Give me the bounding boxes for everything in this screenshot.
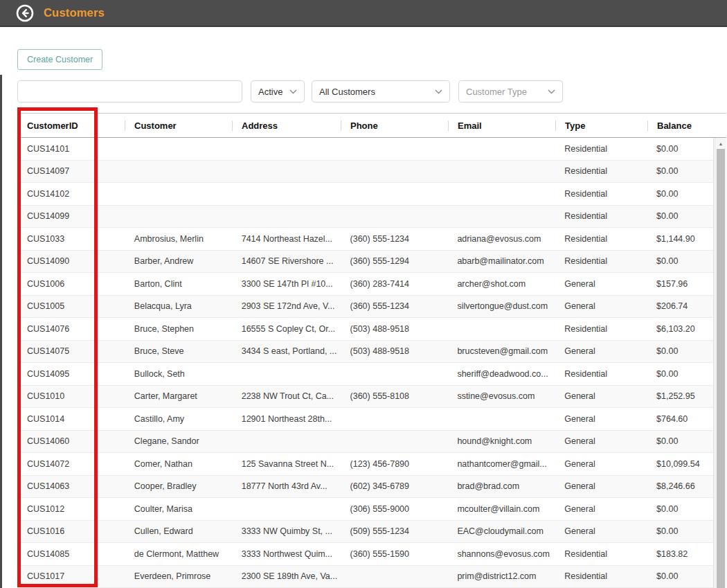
cell-email: sheriff@deadwood.co...	[447, 363, 555, 385]
cell-customer	[125, 161, 232, 183]
cell-email: adriana@evosus.com	[447, 228, 555, 250]
table-row[interactable]: CUS1014Castillo, Amy12901 Northeast 28th…	[17, 408, 713, 431]
table-row[interactable]: CUS14072Comer, Nathan125 Savanna Street …	[17, 453, 713, 476]
cell-customer: Bruce, Steve	[125, 341, 232, 363]
cell-customer	[125, 138, 232, 160]
status-dropdown[interactable]: Active	[251, 80, 305, 103]
table-row[interactable]: CUS14090Barber, Andrew14607 SE Rivershor…	[17, 251, 713, 274]
cell-phone: (123) 456-7890	[341, 453, 448, 475]
create-customer-button[interactable]: Create Customer	[17, 49, 102, 70]
table-row[interactable]: CUS1006Barton, Clint3300 SE 147th Pl #10…	[17, 273, 713, 296]
cell-type: Residential	[555, 318, 647, 340]
column-header-address[interactable]: Address	[232, 114, 341, 137]
cell-phone	[341, 138, 448, 160]
table-row[interactable]: CUS14060Clegane, Sandorhound@knight.comG…	[17, 431, 713, 454]
back-button[interactable]	[16, 4, 34, 22]
cell-email	[447, 161, 555, 183]
table-row[interactable]: CUS1012Coulter, Marisa(306) 555-9000mcou…	[17, 498, 713, 521]
customer-scope-dropdown-value: All Customers	[319, 87, 375, 97]
cell-id: CUS14102	[17, 183, 125, 205]
cell-phone: (509) 555-1234	[341, 521, 448, 543]
table-row[interactable]: CUS14101Residential$0.00	[17, 138, 713, 161]
table-row[interactable]: CUS14102Residential$0.00	[17, 183, 713, 206]
cell-email: brad@brad.com	[447, 476, 555, 498]
cell-id: CUS1012	[17, 498, 125, 520]
cell-balance: $0.00	[647, 183, 713, 205]
chevron-down-icon	[435, 89, 442, 94]
cell-balance: $0.00	[647, 161, 713, 183]
column-header-email[interactable]: Email	[448, 114, 555, 137]
cell-address: 3333 Northwest Quim...	[232, 543, 341, 565]
table-row[interactable]: CUS14075Bruce, Steve3434 S east, Portlan…	[17, 341, 713, 364]
cell-customer: Clegane, Sandor	[125, 431, 232, 453]
column-header-customerid[interactable]: CustomerID	[17, 114, 125, 137]
cell-email	[447, 408, 555, 430]
table-row[interactable]: CUS1010Carter, Margaret2238 NW Trout Ct,…	[17, 386, 713, 409]
cell-address	[232, 363, 341, 385]
cell-address: 2238 NW Trout Ct, Ca...	[232, 386, 341, 408]
table-header-row: CustomerID Customer Address Phone Email …	[17, 113, 726, 138]
column-header-phone[interactable]: Phone	[341, 114, 448, 137]
table-row[interactable]: CUS1016Cullen, Edward3333 NW Quimby St, …	[17, 521, 713, 544]
cell-address: 2300 SE 189th Ave, Va...	[232, 566, 341, 588]
customer-type-dropdown-placeholder: Customer Type	[466, 87, 527, 97]
cell-balance: $0.00	[647, 206, 713, 228]
cell-phone: (360) 555-8108	[341, 386, 448, 408]
cell-id: CUS14090	[17, 251, 125, 273]
cell-customer	[125, 183, 232, 205]
cell-type: General	[555, 476, 647, 498]
cell-customer: Comer, Nathan	[125, 453, 232, 475]
cell-email: shannons@evosus.com	[447, 543, 555, 565]
column-header-type[interactable]: Type	[555, 114, 647, 137]
table-row[interactable]: CUS14097Residential$0.00	[17, 161, 713, 184]
cell-customer: Castillo, Amy	[125, 408, 232, 430]
cell-phone: (503) 488-9518	[341, 318, 448, 340]
cell-type: Residential	[555, 363, 647, 385]
table-row[interactable]: CUS14085de Clermont, Matthew3333 Northwe…	[17, 543, 713, 566]
cell-phone: (360) 555-1234	[341, 296, 448, 318]
cell-address	[232, 498, 341, 520]
table-row[interactable]: CUS14076Bruce, Stephen16555 S Copley Ct,…	[17, 318, 713, 341]
column-header-balance[interactable]: Balance	[647, 114, 714, 137]
table-row[interactable]: CUS1017Everdeen, Primrose2300 SE 189th A…	[17, 566, 713, 588]
customer-scope-dropdown[interactable]: All Customers	[312, 80, 450, 103]
cell-address: 3300 SE 147th Pl #10...	[232, 273, 341, 295]
table-row[interactable]: CUS14095Bullock, Sethsheriff@deadwood.co…	[17, 363, 713, 386]
cell-type: Residential	[555, 566, 647, 588]
scrollbar-thumb[interactable]	[717, 149, 725, 588]
cell-email: EAC@cloudymail.com	[447, 521, 555, 543]
cell-customer: Bruce, Stephen	[125, 318, 232, 340]
cell-type: Residential	[555, 206, 647, 228]
cell-id: CUS1005	[17, 296, 125, 318]
cell-id: CUS14075	[17, 341, 125, 363]
cell-email	[447, 206, 555, 228]
column-header-customer[interactable]: Customer	[125, 114, 232, 137]
cell-type: Residential	[555, 138, 647, 160]
cell-address: 7414 Northeast Hazel...	[232, 228, 341, 250]
cell-balance: $206.74	[647, 296, 713, 318]
vertical-scrollbar[interactable]: ▲	[715, 138, 726, 588]
cell-type: General	[555, 498, 647, 520]
cell-balance: $0.00	[647, 138, 713, 160]
table-row[interactable]: CUS1005Belacqua, Lyra2903 SE 172nd Ave, …	[17, 296, 713, 319]
cell-customer: Cooper, Bradley	[125, 476, 232, 498]
cell-email: prim@district12.com	[447, 566, 555, 588]
cell-balance: $6,103.20	[647, 318, 713, 340]
cell-id: CUS1017	[17, 566, 125, 588]
cell-email: nathantcomer@gmail...	[447, 453, 555, 475]
cell-email	[447, 318, 555, 340]
cell-address: 3333 NW Quimby St, ...	[232, 521, 341, 543]
cell-customer: Carter, Margaret	[125, 386, 232, 408]
cell-address: 18777 North 43rd Av...	[232, 476, 341, 498]
table-row[interactable]: CUS14099Residential$0.00	[17, 206, 713, 229]
scroll-up-arrow-icon[interactable]: ▲	[715, 138, 726, 149]
cell-customer: Bullock, Seth	[125, 363, 232, 385]
customer-type-dropdown[interactable]: Customer Type	[458, 80, 563, 103]
cell-type: Residential	[555, 183, 647, 205]
cell-id: CUS1010	[17, 386, 125, 408]
chevron-down-icon	[289, 89, 297, 94]
search-input[interactable]	[17, 80, 242, 103]
table-row[interactable]: CUS1033Ambrosius, Merlin7414 Northeast H…	[17, 228, 713, 251]
table-row[interactable]: CUS14063Cooper, Bradley18777 North 43rd …	[17, 476, 713, 499]
cell-customer: Everdeen, Primrose	[125, 566, 232, 588]
